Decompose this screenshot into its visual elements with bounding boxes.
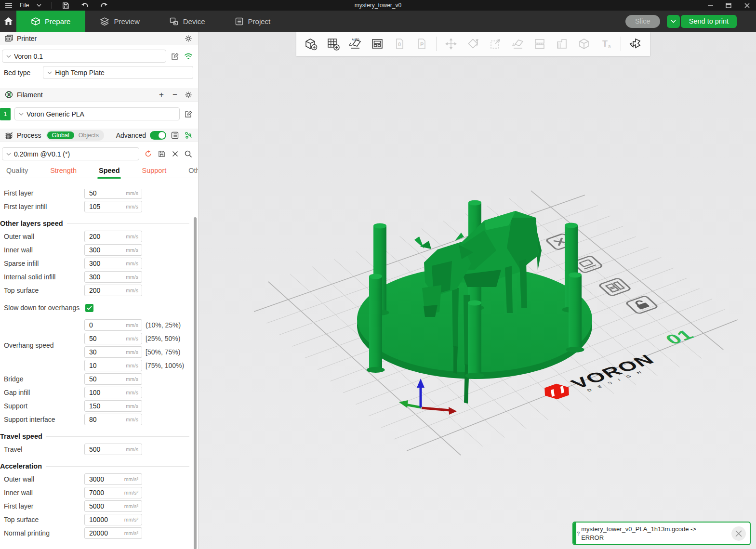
assembly-view-icon[interactable] <box>625 33 646 54</box>
edit-printer-icon[interactable] <box>170 52 180 61</box>
filament-select[interactable]: Voron Generic PLA <box>14 107 180 120</box>
tab-project[interactable]: Project <box>220 11 286 32</box>
accel-first-layer-input[interactable]: mm/s² <box>84 500 142 512</box>
outer-wall-input[interactable]: mm/s <box>84 231 142 242</box>
save-icon[interactable] <box>60 0 72 11</box>
notification-toast[interactable]: ? mystery_tower_v0_PLA_1h13m.gcode -> ER… <box>572 522 751 545</box>
process-scope-toggle[interactable]: Global Objects <box>46 130 105 141</box>
scope-global[interactable]: Global <box>47 131 74 139</box>
support-input[interactable]: mm/s <box>84 400 142 412</box>
travel-input[interactable]: mm/s <box>84 444 142 455</box>
accel-inner-wall-input[interactable]: mm/s² <box>84 487 142 498</box>
first-layer-infill-input[interactable]: mm/s <box>84 201 142 212</box>
bed-type-select[interactable]: High Temp Plate <box>43 66 193 79</box>
save-profile-icon[interactable] <box>157 149 166 159</box>
process-profile-select[interactable]: 0.20mm @V0.1 (*) <box>2 147 139 160</box>
edit-filament-icon[interactable] <box>184 109 193 119</box>
home-icon[interactable] <box>0 11 16 32</box>
setting-label: Slow down for overhangs <box>4 304 84 312</box>
setting-gap-infill: Gap infill mm/s <box>0 386 198 399</box>
scope-objects[interactable]: Objects <box>74 131 103 139</box>
process-tabs: Quality Strength Speed Support Others <box>0 163 198 178</box>
tab-prepare[interactable]: Prepare <box>16 11 85 32</box>
add-plate-icon[interactable] <box>322 33 344 54</box>
tab-support[interactable]: Support <box>136 164 172 177</box>
tab-others[interactable]: Others <box>183 164 199 177</box>
filament-icon <box>5 91 13 98</box>
clear-profile-icon[interactable] <box>170 149 180 159</box>
minimize-button[interactable] <box>701 0 719 11</box>
scale-tool-icon[interactable] <box>485 33 506 54</box>
sparse-infill-input[interactable]: mm/s <box>84 258 142 269</box>
reset-profile-icon[interactable] <box>143 149 153 159</box>
send-to-print-button[interactable]: Send to print <box>681 15 737 28</box>
top-surface-input[interactable]: mm/s <box>84 285 142 296</box>
close-button[interactable] <box>738 0 756 11</box>
redo-icon[interactable] <box>98 0 110 11</box>
printer-settings-gear-icon[interactable] <box>184 34 193 43</box>
tower-pillar[interactable] <box>465 301 484 379</box>
overhang-speed-input-4[interactable]: mm/s <box>84 360 142 371</box>
plate-lock-icon[interactable] <box>625 296 658 314</box>
filament-settings-gear-icon[interactable] <box>184 90 193 100</box>
setting-label: Internal solid infill <box>4 273 84 281</box>
split-tool-icon[interactable] <box>529 33 550 54</box>
file-menu[interactable]: File <box>17 0 31 11</box>
send-options-chevron[interactable] <box>667 15 680 28</box>
tab-preview-label: Preview <box>114 17 139 26</box>
slow-down-overhangs-checkbox[interactable] <box>85 304 93 312</box>
tab-strength[interactable]: Strength <box>45 164 82 177</box>
titlebar-separator <box>52 2 52 9</box>
text-tool-icon[interactable]: Ta <box>596 33 617 54</box>
printer-select[interactable]: Voron 0.1 <box>2 50 166 63</box>
parameter-list-icon[interactable] <box>170 131 180 140</box>
support-interface-input[interactable]: mm/s <box>84 414 142 425</box>
origin-axes-gizmo <box>399 379 457 415</box>
tower-pillar[interactable] <box>566 273 584 353</box>
tab-device[interactable]: Device <box>155 11 220 32</box>
advanced-toggle[interactable] <box>150 131 166 140</box>
internal-solid-infill-input[interactable]: mm/s <box>84 271 142 283</box>
slice-button[interactable]: Slice <box>625 15 660 28</box>
lay-on-face-icon[interactable] <box>507 33 528 54</box>
auto-orient-icon[interactable]: AUTO <box>345 33 366 54</box>
doc-zero-icon[interactable]: 0 <box>389 33 410 54</box>
plate-arrange-icon[interactable] <box>598 278 631 296</box>
setting-label: Outer wall <box>4 233 84 240</box>
mesh-boolean-icon[interactable] <box>573 33 595 54</box>
hamburger-menu-icon[interactable] <box>3 0 14 11</box>
tower-pillar[interactable] <box>367 274 385 373</box>
accel-outer-wall-input[interactable]: mm/s² <box>84 473 142 485</box>
gap-infill-input[interactable]: mm/s <box>84 387 142 398</box>
overhang-speed-input-2[interactable]: mm/s <box>84 333 142 344</box>
first-layer-input[interactable]: mm/s <box>84 189 142 199</box>
move-tool-icon[interactable] <box>440 33 462 54</box>
doc-p-icon[interactable]: P <box>411 33 432 54</box>
tab-speed[interactable]: Speed <box>93 164 125 177</box>
overhang-speed-input-3[interactable]: mm/s <box>84 346 142 358</box>
maximize-button[interactable] <box>719 0 738 11</box>
accel-top-surface-input[interactable]: mm/s² <box>84 514 142 525</box>
notification-close-icon[interactable] <box>731 526 746 541</box>
rotate-tool-icon[interactable] <box>463 33 484 54</box>
tab-preview[interactable]: Preview <box>85 11 154 32</box>
remove-filament-button[interactable]: − <box>170 90 180 100</box>
viewport-3d[interactable]: VORON D E S I G N 01 <box>199 32 756 549</box>
add-filament-button[interactable]: + <box>157 90 166 100</box>
process-section-header: Process Global Objects Advanced <box>0 129 198 142</box>
tab-quality[interactable]: Quality <box>1 164 33 177</box>
add-object-icon[interactable] <box>300 33 321 54</box>
bridge-input[interactable]: mm/s <box>84 373 142 385</box>
title-bar: File mystery_tower_v0 <box>0 0 756 11</box>
overhang-speed-input-1[interactable]: mm/s <box>84 319 142 331</box>
accel-normal-printing-input[interactable]: mm/s² <box>84 527 142 539</box>
printer-wifi-icon[interactable] <box>184 52 193 61</box>
file-menu-chevron-icon[interactable] <box>34 0 44 11</box>
settings-scrollbar[interactable] <box>194 217 197 549</box>
parameter-tree-icon[interactable] <box>184 131 193 140</box>
variable-layer-height-icon[interactable] <box>551 33 572 54</box>
search-settings-icon[interactable] <box>184 149 193 159</box>
inner-wall-input[interactable]: mm/s <box>84 244 142 256</box>
arrange-icon[interactable] <box>367 33 388 54</box>
undo-icon[interactable] <box>79 0 91 11</box>
